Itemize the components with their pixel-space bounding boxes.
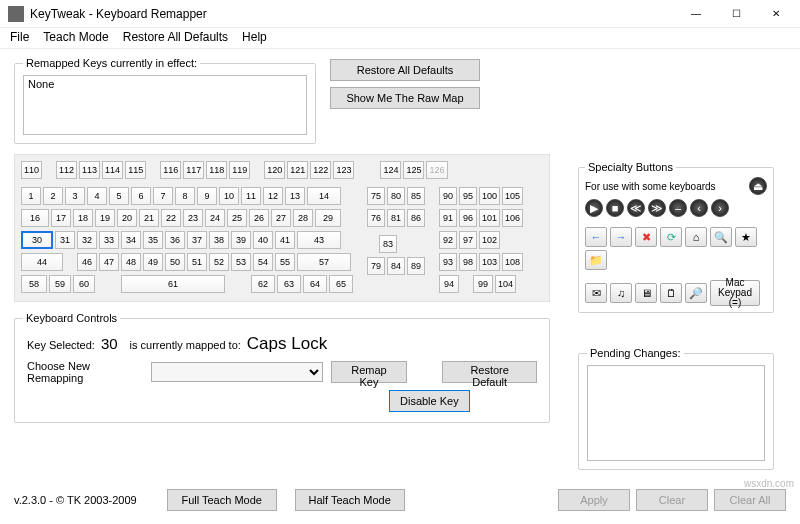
restore-all-defaults-button[interactable]: Restore All Defaults [330,59,480,81]
key-75[interactable]: 75 [367,187,385,205]
key-108[interactable]: 108 [502,253,523,271]
key-90[interactable]: 90 [439,187,457,205]
key-103[interactable]: 103 [479,253,500,271]
nav-folder-icon[interactable]: 📁 [585,250,607,270]
key-84[interactable]: 84 [387,257,405,275]
key-96[interactable]: 96 [459,209,477,227]
key-86[interactable]: 86 [407,209,425,227]
key-41[interactable]: 41 [275,231,295,249]
key-92[interactable]: 92 [439,231,457,249]
nav-forward-icon[interactable]: → [610,227,632,247]
key-55[interactable]: 55 [275,253,295,271]
app-search-icon[interactable]: 🔎 [685,283,707,303]
key-20[interactable]: 20 [117,209,137,227]
key-63[interactable]: 63 [277,275,301,293]
key-27[interactable]: 27 [271,209,291,227]
key-24[interactable]: 24 [205,209,225,227]
key-125[interactable]: 125 [403,161,424,179]
key-113[interactable]: 113 [79,161,100,179]
key-54[interactable]: 54 [253,253,273,271]
key-35[interactable]: 35 [143,231,163,249]
key-48[interactable]: 48 [121,253,141,271]
key-80[interactable]: 80 [387,187,405,205]
key-7[interactable]: 7 [153,187,173,205]
key-4[interactable]: 4 [87,187,107,205]
key-5[interactable]: 5 [109,187,129,205]
key-47[interactable]: 47 [99,253,119,271]
key-93[interactable]: 93 [439,253,457,271]
key-112[interactable]: 112 [56,161,77,179]
key-95[interactable]: 95 [459,187,477,205]
pending-changes-list[interactable] [587,365,765,461]
key-51[interactable]: 51 [187,253,207,271]
menu-file[interactable]: File [10,30,29,44]
key-60[interactable]: 60 [73,275,95,293]
key-101[interactable]: 101 [479,209,500,227]
app-media-icon[interactable]: ♫ [610,283,632,303]
full-teach-mode-button[interactable]: Full Teach Mode [167,489,277,511]
key-104[interactable]: 104 [495,275,516,293]
key-100[interactable]: 100 [479,187,500,205]
key-81[interactable]: 81 [387,209,405,227]
mac-keypad-button[interactable]: Mac Keypad (=) [710,280,760,306]
key-18[interactable]: 18 [73,209,93,227]
key-40[interactable]: 40 [253,231,273,249]
key-3[interactable]: 3 [65,187,85,205]
key-9[interactable]: 9 [197,187,217,205]
key-123[interactable]: 123 [333,161,354,179]
menu-teach-mode[interactable]: Teach Mode [43,30,108,44]
key-34[interactable]: 34 [121,231,141,249]
media-stop-icon[interactable]: ■ [606,199,624,217]
key-124[interactable]: 124 [380,161,401,179]
key-65[interactable]: 65 [329,275,353,293]
media-vol-up-icon[interactable]: › [711,199,729,217]
key-119[interactable]: 119 [229,161,250,179]
key-32[interactable]: 32 [77,231,97,249]
key-58[interactable]: 58 [21,275,47,293]
key-31[interactable]: 31 [55,231,75,249]
media-rewind-icon[interactable]: ≪ [627,199,645,217]
key-49[interactable]: 49 [143,253,163,271]
key-76[interactable]: 76 [367,209,385,227]
nav-favorites-icon[interactable]: ★ [735,227,757,247]
key-11[interactable]: 11 [241,187,261,205]
key-121[interactable]: 121 [287,161,308,179]
app-mail-icon[interactable]: ✉ [585,283,607,303]
key-118[interactable]: 118 [206,161,227,179]
key-29[interactable]: 29 [315,209,341,227]
key-97[interactable]: 97 [459,231,477,249]
media-play-icon[interactable]: ▶ [585,199,603,217]
key-14[interactable]: 14 [307,187,341,205]
key-110[interactable]: 110 [21,161,42,179]
nav-stop-icon[interactable]: ✖ [635,227,657,247]
key-61[interactable]: 61 [121,275,225,293]
clear-all-button[interactable]: Clear All [714,489,786,511]
key-38[interactable]: 38 [209,231,229,249]
key-106[interactable]: 106 [502,209,523,227]
menu-restore-defaults[interactable]: Restore All Defaults [123,30,228,44]
nav-back-icon[interactable]: ← [585,227,607,247]
nav-search-icon[interactable]: 🔍 [710,227,732,247]
disable-key-button[interactable]: Disable Key [389,390,470,412]
key-44[interactable]: 44 [21,253,63,271]
key-85[interactable]: 85 [407,187,425,205]
key-91[interactable]: 91 [439,209,457,227]
app-computer-icon[interactable]: 🖥 [635,283,657,303]
key-114[interactable]: 114 [102,161,123,179]
media-mute-icon[interactable]: – [669,199,687,217]
key-46[interactable]: 46 [77,253,97,271]
media-forward-icon[interactable]: ≫ [648,199,666,217]
key-120[interactable]: 120 [264,161,285,179]
key-89[interactable]: 89 [407,257,425,275]
key-53[interactable]: 53 [231,253,251,271]
key-115[interactable]: 115 [125,161,146,179]
media-vol-down-icon[interactable]: ‹ [690,199,708,217]
nav-home-icon[interactable]: ⌂ [685,227,707,247]
key-39[interactable]: 39 [231,231,251,249]
close-button[interactable]: ✕ [756,1,796,27]
key-1[interactable]: 1 [21,187,41,205]
key-13[interactable]: 13 [285,187,305,205]
key-59[interactable]: 59 [49,275,71,293]
key-98[interactable]: 98 [459,253,477,271]
remapped-keys-list[interactable]: None [23,75,307,135]
